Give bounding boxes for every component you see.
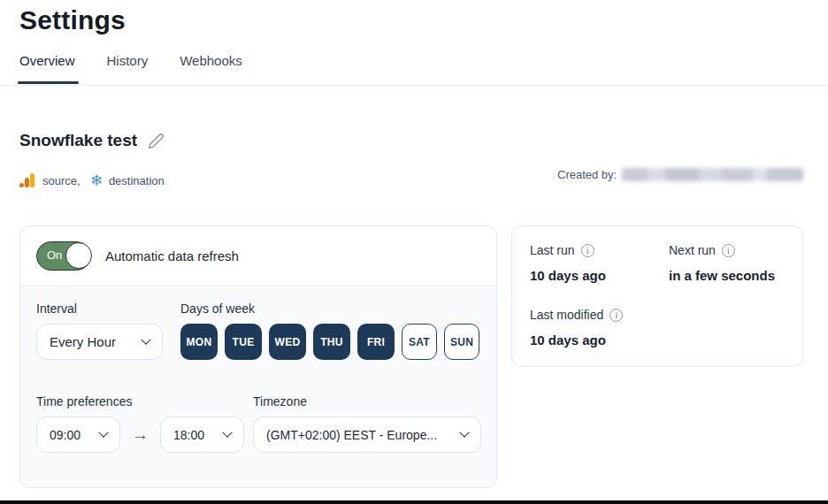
info-icon[interactable] (610, 309, 623, 322)
destination-label: destination (109, 174, 165, 187)
connection-summary: source, destination (19, 173, 165, 188)
snowflake-icon (90, 173, 103, 188)
time-preferences-group: Time preferences 09:00 18:00 (36, 394, 244, 453)
source-label: source, (42, 174, 80, 187)
tab-webhooks[interactable]: Webhooks (180, 53, 242, 84)
schedule-settings: Interval Every Hour Days of week MON TUE… (20, 286, 496, 487)
tab-bar: Overview History Webhooks (19, 53, 242, 84)
interval-label: Interval (36, 302, 163, 316)
arrow-right-icon (132, 426, 149, 443)
tab-overview[interactable]: Overview (19, 53, 75, 84)
time-preferences-row: 09:00 18:00 (36, 416, 244, 453)
toggle-knob (65, 242, 92, 269)
auto-refresh-toggle[interactable]: On (36, 241, 91, 271)
last-modified-stat: Last modified 10 days ago (530, 308, 623, 347)
interval-value: Every Hour (50, 334, 116, 349)
info-icon[interactable] (722, 244, 735, 257)
info-icon[interactable] (581, 244, 594, 257)
pencil-icon[interactable] (148, 133, 165, 149)
importer-name: Snowflake test (19, 131, 137, 150)
interval-select[interactable]: Every Hour (36, 324, 163, 360)
time-from-value: 09:00 (50, 428, 80, 442)
time-preferences-label: Time preferences (36, 394, 244, 409)
settings-page: Settings Overview History Webhooks Snowf… (0, 0, 828, 504)
created-by-label: Created by: (557, 168, 617, 181)
screenshot-bottom-border (0, 500, 828, 504)
run-status-card: Last run 10 days ago Next run in a few s… (511, 225, 803, 367)
days-of-week-row: MON TUE WED THU FRI SAT SUN (180, 324, 479, 360)
day-button-thu[interactable]: THU (313, 324, 350, 360)
chevron-down-icon (98, 427, 108, 437)
created-by: Created by: (557, 168, 803, 181)
last-run-stat: Last run 10 days ago (530, 243, 606, 283)
chevron-down-icon (459, 427, 469, 437)
toggle-state-label: On (47, 248, 62, 262)
time-to-value: 18:00 (173, 428, 204, 442)
day-button-wed[interactable]: WED (269, 324, 306, 360)
auto-refresh-label: Automatic data refresh (105, 248, 239, 263)
last-run-label: Last run (530, 243, 575, 257)
next-run-label: Next run (669, 243, 716, 257)
last-modified-value: 10 days ago (530, 332, 623, 347)
next-run-stat: Next run in a few seconds (669, 243, 775, 283)
chevron-down-icon (141, 334, 150, 344)
tabs-divider (0, 85, 828, 86)
timezone-group: Timezone (GMT+02:00) EEST - Europe... (253, 394, 481, 453)
day-button-fri[interactable]: FRI (357, 324, 395, 360)
day-button-mon[interactable]: MON (180, 324, 218, 360)
page-title: Settings (19, 5, 126, 35)
days-of-week-label: Days of week (180, 302, 479, 316)
auto-refresh-row: On Automatic data refresh (20, 226, 496, 286)
time-from-select[interactable]: 09:00 (36, 416, 120, 453)
next-run-value: in a few seconds (669, 268, 775, 283)
tab-history[interactable]: History (107, 53, 149, 84)
last-run-value: 10 days ago (530, 268, 606, 283)
day-button-sun[interactable]: SUN (444, 324, 479, 360)
importer-name-row: Snowflake test (19, 131, 165, 150)
day-button-tue[interactable]: TUE (225, 324, 262, 360)
schedule-card: On Automatic data refresh Interval Every… (19, 225, 497, 488)
day-button-sat[interactable]: SAT (402, 324, 437, 360)
last-modified-label: Last modified (530, 308, 603, 322)
analytics-bars-icon (19, 173, 36, 188)
interval-group: Interval Every Hour (36, 302, 163, 360)
time-to-select[interactable]: 18:00 (160, 416, 244, 453)
timezone-select[interactable]: (GMT+02:00) EEST - Europe... (253, 416, 481, 453)
timezone-value: (GMT+02:00) EEST - Europe... (266, 428, 437, 442)
chevron-down-icon (222, 427, 232, 437)
timezone-label: Timezone (253, 394, 481, 409)
days-of-week-group: Days of week MON TUE WED THU FRI SAT SUN (180, 302, 479, 360)
created-by-redacted-value (622, 168, 803, 181)
